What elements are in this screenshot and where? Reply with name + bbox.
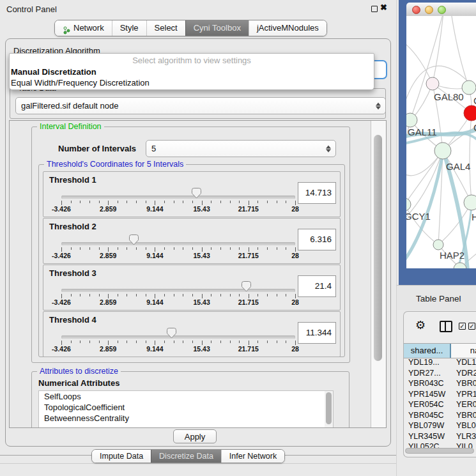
tab-style[interactable]: Style bbox=[112, 20, 146, 36]
table-row[interactable]: YPR145WYPR1 bbox=[404, 390, 476, 401]
attribute-list-item[interactable]: TopologicalCoefficient bbox=[39, 402, 333, 413]
apply-button[interactable]: Apply bbox=[173, 429, 217, 443]
checkbox-checked-icon[interactable]: ✓ bbox=[459, 323, 466, 330]
tab-infer-network[interactable]: Infer Network bbox=[221, 450, 284, 463]
attribute-list-item[interactable]: BetweennessCentrality bbox=[39, 413, 333, 424]
threshold-slider-thumb[interactable] bbox=[242, 281, 251, 292]
table-row[interactable]: YBL079WYBL0 bbox=[404, 421, 476, 432]
tab-impute-data[interactable]: Impute Data bbox=[92, 450, 151, 463]
network-node-label: H bbox=[472, 211, 476, 222]
network-node-label: C bbox=[473, 122, 476, 133]
network-node-hap2[interactable] bbox=[433, 240, 443, 250]
network-node-g[interactable] bbox=[462, 81, 476, 95]
algorithm-popup-item[interactable]: Equal Width/Frequency Discretization bbox=[10, 77, 374, 88]
zoom-traffic-light-icon[interactable] bbox=[438, 6, 446, 14]
slider-ticks bbox=[61, 294, 295, 299]
checkbox-checked-icon[interactable]: ✓ bbox=[468, 323, 475, 330]
slider-tick-label: 9.144 bbox=[146, 345, 163, 353]
network-node-gal11[interactable] bbox=[406, 113, 417, 127]
cell-shared-name: YBR043C bbox=[404, 379, 451, 390]
numerical-attributes-list[interactable]: SelfLoopsTopologicalCoefficientBetweenne… bbox=[38, 390, 334, 428]
network-node-gcy1[interactable] bbox=[406, 198, 411, 211]
tab-network[interactable]: Network bbox=[55, 20, 112, 36]
network-edge[interactable] bbox=[451, 16, 469, 88]
column-header-shared-name[interactable]: shared... bbox=[404, 344, 451, 358]
network-node-c[interactable] bbox=[464, 105, 476, 121]
algorithm-popup-prompt: Select algorithm to view settings bbox=[10, 56, 374, 66]
tab-discretize-data[interactable]: Discretize Data bbox=[151, 450, 221, 463]
cyni-toolbox-panel: Discretization Algorithm Select algorith… bbox=[5, 38, 391, 447]
threshold-slider-track[interactable] bbox=[61, 196, 295, 199]
network-edge[interactable] bbox=[433, 16, 443, 84]
cell-shared-name: YDL19... bbox=[404, 358, 451, 369]
threshold-slider-thumb[interactable] bbox=[192, 188, 201, 199]
tab-jactivemnodules[interactable]: jActiveMNodules bbox=[249, 20, 326, 36]
split-columns-icon[interactable] bbox=[440, 321, 452, 332]
threshold-value-field[interactable]: 21.4 bbox=[298, 275, 336, 297]
interval-definition-group: Interval Definition Number of Intervals … bbox=[31, 127, 350, 363]
algorithm-popup-item[interactable]: Manual Discretization bbox=[10, 66, 374, 77]
slider-tick-label: 28 bbox=[291, 205, 299, 213]
table-row[interactable]: YDL19...YDL1 bbox=[404, 358, 476, 369]
cell-name: YER0 bbox=[451, 400, 476, 411]
threshold-panel: Threshold 4-3.4262.8599.14415.4321.71528… bbox=[43, 311, 341, 357]
close-icon[interactable]: ✖ bbox=[380, 3, 387, 12]
settings-vertical-scrollbar[interactable] bbox=[371, 121, 387, 427]
cell-name: YDR2 bbox=[451, 369, 476, 380]
gear-icon[interactable]: ⚙ bbox=[415, 319, 426, 331]
attributes-group-title: Attributes to discretize bbox=[37, 367, 121, 376]
threshold-slider-track[interactable] bbox=[61, 242, 295, 245]
apply-row: Apply bbox=[6, 426, 390, 445]
tab-label: Style bbox=[120, 20, 139, 36]
network-node-label: GAL80 bbox=[434, 91, 464, 102]
tab-cyni-toolbox[interactable]: Cyni Toolbox bbox=[185, 20, 249, 36]
right-panel: GAL80GCGAL11GAL4GCY1HHAP2 Table Panel ⚙ … bbox=[396, 0, 476, 476]
threshold-value-field[interactable]: 6.316 bbox=[298, 229, 336, 250]
slider-tick-label: 9.144 bbox=[146, 205, 163, 213]
float-window-icon[interactable] bbox=[371, 6, 378, 12]
network-edge[interactable] bbox=[470, 113, 472, 203]
threshold-value-field[interactable]: 11.344 bbox=[298, 322, 336, 344]
slider-tick-label: 9.144 bbox=[146, 252, 163, 259]
threshold-slider-track[interactable] bbox=[61, 335, 295, 339]
table-horizontal-scrollbar[interactable] bbox=[405, 448, 476, 454]
numerical-attributes-label: Numerical Attributes bbox=[38, 378, 119, 388]
table-row[interactable]: YLR345WYLR3 bbox=[404, 432, 476, 443]
network-window-titlebar[interactable] bbox=[406, 3, 476, 17]
threshold-label: Threshold 1 bbox=[49, 175, 96, 185]
network-icon bbox=[63, 24, 70, 33]
column-header-name[interactable]: name bbox=[451, 344, 476, 358]
table-row[interactable]: YBR045CYBR0 bbox=[404, 411, 476, 422]
cell-shared-name: YLR345W bbox=[404, 432, 451, 443]
table-data-combo[interactable]: galFiltered.sif default node bbox=[15, 97, 386, 114]
tab-select[interactable]: Select bbox=[146, 20, 185, 36]
network-node-gal80[interactable] bbox=[426, 77, 439, 90]
network-view-window: GAL80GCGAL11GAL4GCY1HHAP2 bbox=[399, 0, 476, 285]
cell-name: YBR0 bbox=[451, 411, 476, 422]
network-node-label: HAP2 bbox=[440, 250, 464, 261]
panel-title: Control Panel bbox=[6, 4, 57, 14]
attributes-scrollbar[interactable] bbox=[325, 391, 333, 428]
threshold-value-field[interactable]: 14.713 bbox=[298, 182, 336, 204]
cell-shared-name: YBR045C bbox=[404, 411, 451, 422]
threshold-label: Threshold 4 bbox=[49, 315, 96, 325]
threshold-panel: Threshold 2-3.4262.8599.14415.4321.71528… bbox=[43, 218, 341, 264]
close-traffic-light-icon[interactable] bbox=[412, 6, 420, 14]
table-data-group: Table Data galFiltered.sif default node bbox=[10, 88, 386, 119]
network-canvas[interactable]: GAL80GCGAL11GAL4GCY1HHAP2 bbox=[406, 16, 476, 268]
table-row[interactable]: YDR27...YDR2 bbox=[404, 369, 476, 380]
network-edge[interactable] bbox=[410, 16, 443, 120]
threshold-panel: Threshold 1-3.4262.8599.14415.4321.71528… bbox=[43, 171, 341, 217]
threshold-slider-thumb[interactable] bbox=[167, 328, 176, 339]
attribute-list-item[interactable]: SelfLoops bbox=[39, 391, 333, 402]
network-edge[interactable] bbox=[406, 42, 433, 84]
network-node-gal4[interactable] bbox=[434, 142, 451, 159]
num-intervals-combo[interactable]: 5 bbox=[146, 140, 336, 157]
attributes-group: Attributes to discretize Numerical Attri… bbox=[31, 371, 349, 428]
table-row[interactable]: YBR043CYBR0 bbox=[404, 379, 476, 390]
network-node-h[interactable] bbox=[464, 195, 476, 210]
minimize-traffic-light-icon[interactable] bbox=[425, 6, 433, 14]
threshold-slider-track[interactable] bbox=[61, 289, 295, 292]
table-row[interactable]: YER054CYER0 bbox=[404, 400, 476, 411]
threshold-slider-thumb[interactable] bbox=[129, 234, 139, 245]
